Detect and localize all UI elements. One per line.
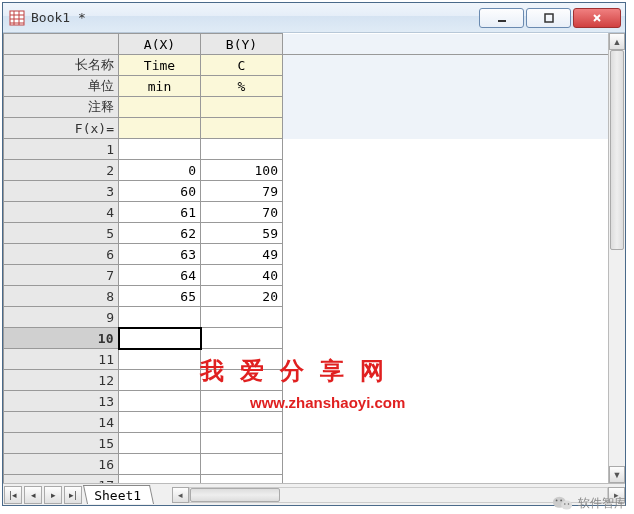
row-label-longname[interactable]: 长名称	[4, 55, 119, 76]
nav-next-icon[interactable]: ▸	[44, 486, 62, 504]
table-row: 20100	[4, 160, 609, 181]
cell-by[interactable]	[201, 475, 283, 484]
by-unit[interactable]: %	[201, 76, 283, 97]
by-comment[interactable]	[201, 97, 283, 118]
ax-unit[interactable]: min	[119, 76, 201, 97]
scroll-down-arrow-icon[interactable]: ▼	[609, 466, 625, 483]
cell-ax[interactable]: 61	[119, 202, 201, 223]
row-number[interactable]: 9	[4, 307, 119, 328]
row-label-unit[interactable]: 单位	[4, 76, 119, 97]
cell-ax[interactable]	[119, 139, 201, 160]
cell-by[interactable]	[201, 328, 283, 349]
cell-ax[interactable]	[119, 307, 201, 328]
cell-ax[interactable]	[119, 433, 201, 454]
cell-ax[interactable]	[119, 454, 201, 475]
cell-by[interactable]: 70	[201, 202, 283, 223]
col-header-by[interactable]: B(Y)	[201, 34, 283, 55]
maximize-button[interactable]	[526, 8, 571, 28]
cell-by[interactable]: 100	[201, 160, 283, 181]
ax-longname[interactable]: Time	[119, 55, 201, 76]
row-number[interactable]: 3	[4, 181, 119, 202]
row-number[interactable]: 15	[4, 433, 119, 454]
scroll-up-arrow-icon[interactable]: ▲	[609, 33, 625, 50]
by-longname[interactable]: C	[201, 55, 283, 76]
ax-comment[interactable]	[119, 97, 201, 118]
vertical-scrollbar[interactable]: ▲ ▼	[608, 33, 625, 483]
minimize-button[interactable]	[479, 8, 524, 28]
cell-by[interactable]	[201, 307, 283, 328]
table-row: 46170	[4, 202, 609, 223]
cell-ax[interactable]: 62	[119, 223, 201, 244]
by-fx[interactable]	[201, 118, 283, 139]
worksheet[interactable]: A(X) B(Y) 长名称 Time C 单位 min % 注释	[3, 33, 608, 483]
table-row: 36079	[4, 181, 609, 202]
cell-ax[interactable]	[119, 370, 201, 391]
cell-by[interactable]: 40	[201, 265, 283, 286]
row-label-fx[interactable]: F(x)=	[4, 118, 119, 139]
nav-prev-icon[interactable]: ◂	[24, 486, 42, 504]
row-number[interactable]: 11	[4, 349, 119, 370]
scroll-track[interactable]	[609, 50, 625, 466]
cell-by[interactable]	[201, 349, 283, 370]
row-number[interactable]: 16	[4, 454, 119, 475]
row-number[interactable]: 8	[4, 286, 119, 307]
row-number[interactable]: 4	[4, 202, 119, 223]
window-title: Book1 *	[31, 10, 479, 25]
cell-ax[interactable]: 63	[119, 244, 201, 265]
cell-ax[interactable]	[119, 475, 201, 484]
cell-ax[interactable]: 60	[119, 181, 201, 202]
titlebar[interactable]: Book1 *	[3, 3, 625, 33]
row-number[interactable]: 1	[4, 139, 119, 160]
app-icon	[9, 10, 25, 26]
scroll-thumb[interactable]	[610, 50, 624, 250]
table-row: 12	[4, 370, 609, 391]
cell-by[interactable]	[201, 454, 283, 475]
col-header-ax[interactable]: A(X)	[119, 34, 201, 55]
hscroll-track[interactable]	[189, 487, 608, 503]
corner-cell[interactable]	[4, 34, 119, 55]
footer-watermark: 软件智库	[552, 494, 626, 512]
table-row: 15	[4, 433, 609, 454]
workbook-window: Book1 * A(X) B(Y) 长名称 Time C	[2, 2, 626, 506]
cell-ax[interactable]: 65	[119, 286, 201, 307]
content-area: A(X) B(Y) 长名称 Time C 单位 min % 注释	[3, 33, 625, 483]
sheet-tab[interactable]: Sheet1	[83, 485, 154, 504]
cell-by[interactable]: 59	[201, 223, 283, 244]
footer-watermark-text: 软件智库	[578, 495, 626, 512]
row-number[interactable]: 13	[4, 391, 119, 412]
table-row: 11	[4, 349, 609, 370]
cell-ax[interactable]	[119, 412, 201, 433]
scroll-left-arrow-icon[interactable]: ◂	[172, 487, 189, 503]
ax-fx[interactable]	[119, 118, 201, 139]
nav-last-icon[interactable]: ▸|	[64, 486, 82, 504]
row-number[interactable]: 7	[4, 265, 119, 286]
cell-by[interactable]	[201, 412, 283, 433]
cell-by[interactable]: 79	[201, 181, 283, 202]
cell-by[interactable]	[201, 433, 283, 454]
cell-by[interactable]: 49	[201, 244, 283, 265]
close-button[interactable]	[573, 8, 621, 28]
svg-point-12	[556, 500, 558, 502]
cell-by[interactable]	[201, 391, 283, 412]
cell-ax[interactable]: 64	[119, 265, 201, 286]
row-number[interactable]: 5	[4, 223, 119, 244]
table-row: 86520	[4, 286, 609, 307]
row-number[interactable]: 6	[4, 244, 119, 265]
cell-ax[interactable]	[119, 391, 201, 412]
cell-ax[interactable]	[119, 349, 201, 370]
cell-by[interactable]: 20	[201, 286, 283, 307]
row-label-comment[interactable]: 注释	[4, 97, 119, 118]
row-number[interactable]: 2	[4, 160, 119, 181]
table-row: 17	[4, 475, 609, 484]
row-number[interactable]: 12	[4, 370, 119, 391]
cell-ax[interactable]	[119, 328, 201, 349]
cell-by[interactable]	[201, 370, 283, 391]
table-row: 66349	[4, 244, 609, 265]
nav-first-icon[interactable]: |◂	[4, 486, 22, 504]
hscroll-thumb[interactable]	[190, 488, 280, 502]
cell-ax[interactable]: 0	[119, 160, 201, 181]
row-number[interactable]: 14	[4, 412, 119, 433]
row-number[interactable]: 10	[4, 328, 119, 349]
cell-by[interactable]	[201, 139, 283, 160]
row-number[interactable]: 17	[4, 475, 119, 484]
